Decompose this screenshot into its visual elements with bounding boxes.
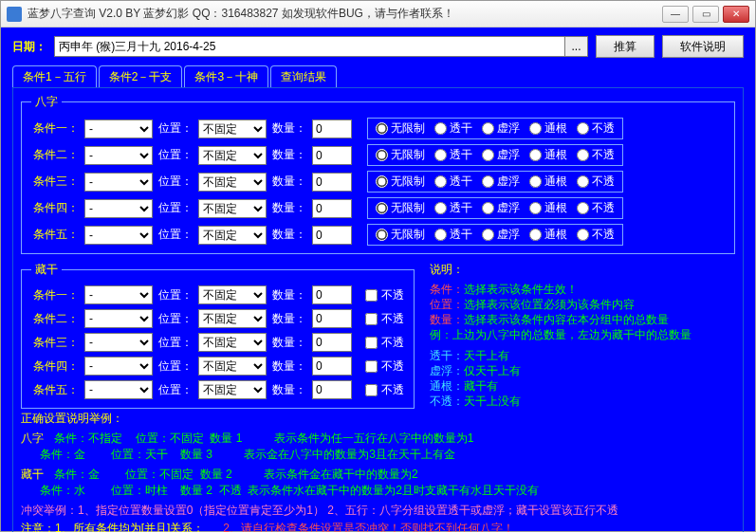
cond-select[interactable]: - [84, 285, 153, 304]
cond-label: 条件三： [31, 335, 79, 351]
qty-label: 数量： [272, 120, 306, 137]
tab-result[interactable]: 查询结果 [270, 65, 337, 87]
radio-opt[interactable]: 不透 [577, 200, 615, 216]
radio-opt[interactable]: 无限制 [376, 174, 425, 190]
group-cang: 藏干 条件一：-位置：不固定数量：不透条件二：-位置：不固定数量：不透条件三：-… [21, 262, 415, 409]
pos-label: 位置： [158, 147, 193, 163]
qty-label: 数量： [272, 287, 306, 303]
radio-opt[interactable]: 虚浮 [482, 227, 520, 243]
notou-checkbox[interactable]: 不透 [365, 358, 404, 375]
notou-checkbox[interactable]: 不透 [365, 382, 404, 398]
maximize-button[interactable]: ▭ [692, 6, 719, 23]
group-bazi-legend: 八字 [31, 94, 62, 110]
radio-opt[interactable]: 无限制 [376, 120, 425, 137]
qty-input[interactable] [312, 199, 352, 218]
date-picker-button[interactable]: ... [565, 36, 588, 57]
radio-opt[interactable]: 透干 [434, 120, 472, 137]
radio-opt[interactable]: 不透 [577, 174, 615, 190]
qty-label: 数量： [272, 358, 306, 375]
pos-label: 位置： [158, 335, 193, 351]
qty-input[interactable] [312, 333, 352, 352]
qty-input[interactable] [312, 309, 352, 328]
qty-input[interactable] [312, 380, 352, 399]
tab-cond3[interactable]: 条件3－十神 [184, 65, 268, 87]
bazi-row: 条件三：-位置：不固定数量：无限制透干虚浮通根不透 [31, 171, 725, 193]
pos-label: 位置： [158, 382, 193, 398]
window-title: 蓝梦八字查询 V2.0 BY 蓝梦幻影 QQ：316483827 如发现软件BU… [28, 6, 662, 22]
pos-select[interactable]: 不固定 [198, 226, 267, 245]
cang-row: 条件三：-位置：不固定数量：不透 [31, 333, 404, 352]
pos-label: 位置： [158, 227, 193, 243]
cond-label: 条件三： [31, 174, 79, 190]
bazi-row: 条件四：-位置：不固定数量：无限制透干虚浮通根不透 [31, 197, 725, 219]
notou-checkbox[interactable]: 不透 [365, 311, 404, 327]
radio-opt[interactable]: 透干 [434, 227, 472, 243]
cond-label: 条件五： [31, 382, 79, 398]
radio-opt[interactable]: 无限制 [376, 227, 425, 243]
pos-select[interactable]: 不固定 [198, 285, 267, 304]
client-area: 日期： ... 推算 软件说明 条件1－五行 条件2－干支 条件3－十神 查询结… [1, 28, 755, 531]
calculate-button[interactable]: 推算 [596, 35, 655, 58]
minimize-button[interactable]: — [662, 6, 689, 23]
cond-select[interactable]: - [84, 226, 153, 245]
radio-opt[interactable]: 透干 [434, 200, 472, 216]
qty-label: 数量： [272, 227, 306, 243]
radio-set: 无限制透干虚浮通根不透 [367, 118, 623, 139]
radio-opt[interactable]: 通根 [529, 147, 567, 163]
radio-opt[interactable]: 透干 [434, 174, 472, 190]
radio-opt[interactable]: 虚浮 [482, 147, 520, 163]
radio-opt[interactable]: 不透 [577, 227, 615, 243]
radio-opt[interactable]: 透干 [434, 147, 472, 163]
radio-opt[interactable]: 虚浮 [482, 200, 520, 216]
radio-opt[interactable]: 通根 [529, 200, 567, 216]
cond-select[interactable]: - [84, 309, 153, 328]
app-icon [7, 7, 22, 22]
tab-cond1[interactable]: 条件1－五行 [12, 65, 97, 87]
qty-label: 数量： [272, 174, 306, 190]
close-button[interactable]: ✕ [723, 6, 749, 23]
pos-select[interactable]: 不固定 [198, 173, 267, 192]
qty-input[interactable] [312, 119, 352, 138]
radio-opt[interactable]: 不透 [577, 120, 615, 137]
cond-select[interactable]: - [84, 357, 153, 376]
qty-input[interactable] [312, 226, 352, 245]
group-bazi: 八字 条件一：-位置：不固定数量：无限制透干虚浮通根不透条件二：-位置：不固定数… [21, 94, 735, 254]
radio-opt[interactable]: 虚浮 [482, 120, 520, 137]
notou-checkbox[interactable]: 不透 [365, 335, 404, 351]
pos-select[interactable]: 不固定 [198, 119, 267, 138]
cond-select[interactable]: - [84, 173, 153, 192]
date-input[interactable] [54, 36, 565, 57]
pos-select[interactable]: 不固定 [198, 146, 267, 165]
help-button[interactable]: 软件说明 [662, 35, 744, 58]
radio-opt[interactable]: 通根 [529, 174, 567, 190]
pos-select[interactable]: 不固定 [198, 380, 267, 399]
cond-select[interactable]: - [84, 119, 153, 138]
radio-opt[interactable]: 不透 [577, 147, 615, 163]
explain-header: 说明： [430, 262, 735, 278]
cond-label: 条件五： [31, 227, 79, 243]
qty-input[interactable] [312, 173, 352, 192]
cang-row: 条件四：-位置：不固定数量：不透 [31, 357, 404, 376]
cond-select[interactable]: - [84, 333, 153, 352]
cond-select[interactable]: - [84, 380, 153, 399]
example-block: 正确设置说明举例： 八字 条件：不指定 位置：不固定 数量 1 表示条件为任一五… [21, 411, 735, 532]
radio-opt[interactable]: 无限制 [376, 147, 425, 163]
conflict-note: 冲突举例：1、指定位置数量设置0（指定位置肯定至少为1） 2、五行：八字分组设置… [21, 503, 735, 519]
qty-input[interactable] [312, 146, 352, 165]
qty-input[interactable] [312, 357, 352, 376]
radio-opt[interactable]: 无限制 [376, 200, 425, 216]
notou-checkbox[interactable]: 不透 [365, 287, 404, 303]
pos-select[interactable]: 不固定 [198, 357, 267, 376]
cang-row: 条件五：-位置：不固定数量：不透 [31, 380, 404, 399]
pos-label: 位置： [158, 311, 193, 327]
pos-select[interactable]: 不固定 [198, 309, 267, 328]
tab-cond2[interactable]: 条件2－干支 [99, 65, 183, 87]
cond-select[interactable]: - [84, 146, 153, 165]
cond-select[interactable]: - [84, 199, 153, 218]
radio-opt[interactable]: 通根 [529, 227, 567, 243]
pos-select[interactable]: 不固定 [198, 333, 267, 352]
pos-select[interactable]: 不固定 [198, 199, 267, 218]
qty-input[interactable] [312, 285, 352, 304]
radio-opt[interactable]: 通根 [529, 120, 567, 137]
radio-opt[interactable]: 虚浮 [482, 174, 520, 190]
